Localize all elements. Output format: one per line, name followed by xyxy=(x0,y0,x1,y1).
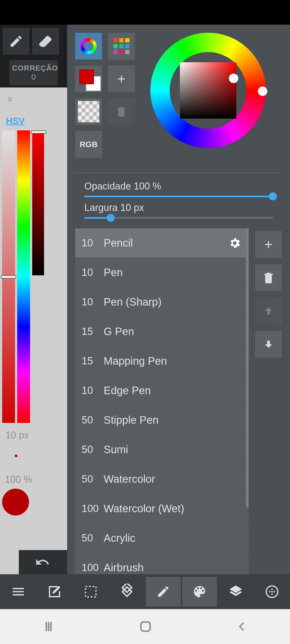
collapse-icon[interactable]: « xyxy=(8,92,12,105)
brush-item[interactable]: 50Watercolor xyxy=(75,464,249,494)
brush-item[interactable]: 15G Pen xyxy=(75,317,249,346)
brush-item[interactable]: 50Sumi xyxy=(75,435,249,464)
opacity-slider-label: Opacidade 100 % xyxy=(84,181,282,192)
saturation-slider[interactable] xyxy=(2,130,15,423)
plus-icon: + xyxy=(264,236,273,253)
brush-item[interactable]: 100Watercolor (Wet) xyxy=(75,494,249,524)
pencil-tool-button[interactable] xyxy=(3,28,30,55)
rotate-button[interactable] xyxy=(110,577,144,606)
move-up-button[interactable] xyxy=(255,298,282,324)
arrow-down-icon xyxy=(263,339,274,350)
brush-panel: + RGB xyxy=(67,25,290,574)
brush-item[interactable]: 50Stipple Pen xyxy=(75,405,249,435)
brush-item-size: 10 xyxy=(82,296,104,308)
brush-item[interactable]: 10Edge Pen xyxy=(75,376,249,405)
recents-button[interactable] xyxy=(42,620,56,634)
brush-item-size: 50 xyxy=(82,414,104,426)
layers-button[interactable] xyxy=(218,577,253,606)
brush-item-name: Pen xyxy=(104,266,123,279)
more-button[interactable] xyxy=(255,577,289,606)
width-slider[interactable] xyxy=(84,217,273,219)
delete-brush-button[interactable] xyxy=(255,264,282,291)
left-toolbar: CORREÇÃO 0 « HSV xyxy=(0,25,67,574)
color-button[interactable] xyxy=(182,577,217,606)
svg-point-1 xyxy=(269,591,270,592)
select-button[interactable] xyxy=(73,577,108,606)
correction-label: CORREÇÃO xyxy=(12,64,55,72)
correction-button[interactable]: CORREÇÃO 0 xyxy=(9,60,58,85)
color-wheel[interactable] xyxy=(150,33,266,148)
brush-item-size: 50 xyxy=(82,444,104,455)
brush-item-name: Stipple Pen xyxy=(104,414,159,426)
brush-item[interactable]: 10Pen (Sharp) xyxy=(75,287,249,317)
undo-bar xyxy=(19,550,67,574)
trash-icon xyxy=(115,105,128,118)
rgb-mode-button[interactable]: RGB xyxy=(75,131,102,158)
bottom-toolbar xyxy=(0,574,290,609)
brush-item-size: 50 xyxy=(82,473,104,485)
delete-color-button[interactable] xyxy=(108,98,135,125)
opacity-label: 100 % xyxy=(5,474,32,485)
svg-rect-6 xyxy=(141,622,150,631)
dual-swatch-icon xyxy=(79,69,98,88)
svg-point-3 xyxy=(273,591,275,592)
selection-icon xyxy=(84,585,98,599)
current-color-swatch[interactable] xyxy=(2,489,29,515)
brush-button[interactable] xyxy=(146,577,181,606)
grid-icon xyxy=(113,38,129,54)
home-button[interactable] xyxy=(139,620,153,634)
back-button[interactable] xyxy=(235,620,248,633)
svg-point-5 xyxy=(271,593,273,595)
status-bar xyxy=(0,0,290,25)
undo-icon[interactable] xyxy=(35,555,50,570)
brush-item-name: Airbrush xyxy=(104,562,144,574)
brush-preview-dot xyxy=(15,455,17,457)
edit-button[interactable] xyxy=(37,577,72,606)
palette-grid-mode-button[interactable] xyxy=(108,33,135,60)
brush-item[interactable]: 50Acrylic xyxy=(75,524,249,553)
correction-value: 0 xyxy=(12,72,55,82)
dual-swatch-button[interactable] xyxy=(75,65,102,92)
color-mode-label[interactable]: HSV xyxy=(6,116,25,126)
palette-icon xyxy=(192,584,207,599)
brush-list[interactable]: 10Pencil10Pen10Pen (Sharp)15G Pen15Mappi… xyxy=(75,228,249,574)
brush-item-size: 100 xyxy=(82,562,104,573)
color-ring-icon xyxy=(81,38,97,54)
brush-item[interactable]: 100Airbrush xyxy=(75,553,249,574)
rotate-icon xyxy=(119,584,135,600)
brush-item[interactable]: 15Mapping Pen xyxy=(75,346,249,376)
menu-button[interactable] xyxy=(1,577,36,606)
brush-item-name: Acrylic xyxy=(104,532,135,544)
brush-item-name: Sumi xyxy=(104,444,128,456)
sv-cursor[interactable] xyxy=(229,74,238,83)
move-down-button[interactable] xyxy=(255,331,282,358)
brush-item-size: 100 xyxy=(82,503,104,514)
brush-item-size: 15 xyxy=(82,355,104,367)
eraser-icon xyxy=(38,34,53,49)
brush-settings-button[interactable] xyxy=(228,237,241,250)
width-slider-label: Largura 10 px xyxy=(84,202,282,213)
brush-item[interactable]: 10Pen xyxy=(75,258,249,287)
opacity-slider[interactable] xyxy=(84,196,273,197)
brush-item-size: 10 xyxy=(82,267,104,278)
layers-icon xyxy=(228,584,243,599)
add-brush-button[interactable]: + xyxy=(255,231,282,258)
menu-icon xyxy=(11,584,26,599)
edit-square-icon xyxy=(47,584,62,599)
hue-cursor[interactable] xyxy=(258,86,267,96)
hue-slider[interactable] xyxy=(17,130,30,423)
add-color-button[interactable]: + xyxy=(108,65,135,92)
value-slider[interactable] xyxy=(32,130,44,275)
transparent-swatch-button[interactable] xyxy=(75,98,102,125)
brush-item[interactable]: 10Pencil xyxy=(75,228,249,258)
brush-item-size: 10 xyxy=(82,237,104,249)
home-icon xyxy=(139,620,153,634)
eraser-tool-button[interactable] xyxy=(32,28,59,55)
plus-icon: + xyxy=(117,71,125,87)
circle-dots-icon xyxy=(265,585,279,599)
brush-item-name: Pencil xyxy=(104,237,133,249)
color-wheel-mode-button[interactable] xyxy=(75,33,102,60)
brush-item-size: 50 xyxy=(82,532,104,544)
saturation-value-box[interactable] xyxy=(180,62,236,119)
canvas-sidebar-area: « HSV 10 px 100 % xyxy=(0,87,67,574)
